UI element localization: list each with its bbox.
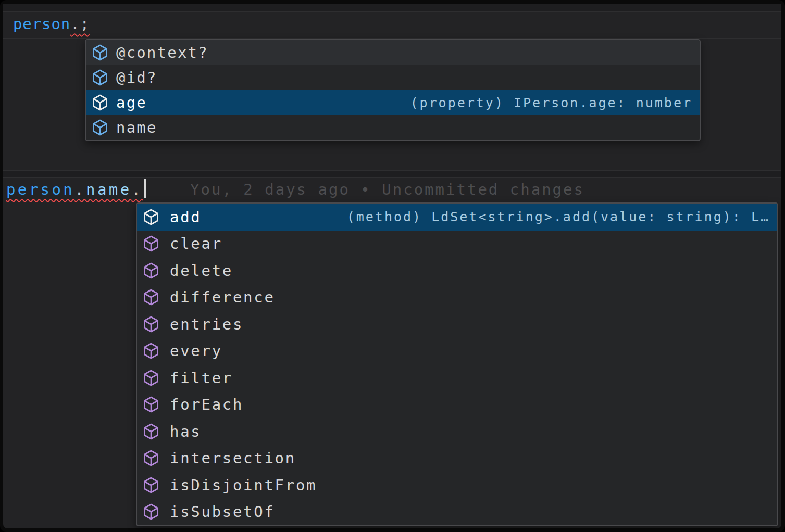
window-frame: person.; @context? @id? age (property) I… [0, 0, 785, 532]
suggestion-label: has [170, 423, 201, 440]
suggestion-label: clear [170, 235, 222, 252]
suggestion-item[interactable]: has [137, 418, 777, 445]
symbol-method-icon [142, 396, 160, 413]
suggestion-label: @id? [116, 69, 157, 86]
symbol-method-icon [142, 262, 160, 280]
symbol-method-icon [142, 423, 160, 440]
suggestion-detail: (method) LdSet<string>.add(value: string… [337, 209, 770, 224]
suggestion-item[interactable]: name [86, 115, 700, 140]
suggestion-label: age [116, 94, 147, 111]
suggestion-detail: (property) IPerson.age: number [400, 95, 692, 110]
symbol-method-icon [142, 503, 160, 521]
suggestion-label: delete [170, 262, 233, 280]
suggestion-label: intersection [170, 449, 296, 467]
suggestion-item[interactable]: difference [137, 284, 777, 311]
token-person-2[interactable]: person [6, 181, 74, 198]
suggestion-label: every [170, 342, 222, 360]
suggestion-label: isSubsetOf [170, 503, 275, 521]
symbol-method-icon [142, 342, 160, 360]
suggest-widget-top[interactable]: @context? @id? age (property) IPerson.ag… [85, 39, 701, 141]
token-name[interactable]: name [86, 181, 131, 198]
suggestion-item[interactable]: delete [137, 257, 777, 284]
suggestion-label: add [170, 208, 201, 226]
current-line-divider [3, 38, 781, 39]
suggestion-item[interactable]: forEach [137, 391, 777, 419]
symbol-method-icon [142, 369, 160, 387]
symbol-field-icon [91, 94, 109, 111]
suggestion-label: name [116, 119, 157, 136]
suggestion-item[interactable]: clear [137, 231, 777, 258]
code-line-2[interactable]: person.name. [6, 178, 146, 201]
symbol-method-icon [142, 315, 160, 333]
token-dot-1[interactable]: . [70, 15, 80, 33]
token-dot-2[interactable]: . [74, 181, 86, 198]
suggestion-item[interactable]: isDisjointFrom [137, 472, 777, 499]
section-separator-band [3, 171, 781, 177]
suggestion-label: isDisjointFrom [170, 476, 317, 494]
suggestion-label: difference [170, 288, 275, 306]
token-semicolon[interactable]: ; [80, 15, 90, 33]
symbol-method-icon [142, 208, 160, 226]
symbol-field-icon [91, 119, 109, 136]
suggestion-item[interactable]: filter [137, 364, 777, 391]
suggestion-item[interactable]: @context? [86, 40, 700, 65]
suggest-widget-bottom[interactable]: add (method) LdSet<string>.add(value: st… [136, 202, 778, 526]
token-person-1[interactable]: person [13, 15, 70, 33]
suggestion-label: forEach [170, 396, 243, 413]
git-blame-annotation: You, 2 days ago • Uncommitted changes [190, 178, 584, 201]
suggestion-label: @context? [116, 44, 208, 61]
section-separator-line-2 [3, 177, 781, 178]
suggestion-label: filter [170, 369, 233, 387]
suggestion-item[interactable]: every [137, 338, 777, 365]
symbol-method-icon [142, 449, 160, 467]
suggestion-item[interactable]: @id? [86, 65, 700, 90]
suggestion-label: entries [170, 315, 243, 333]
symbol-method-icon [142, 235, 160, 252]
symbol-method-icon [142, 288, 160, 306]
token-dot-3[interactable]: . [132, 181, 143, 198]
suggestion-item[interactable]: add (method) LdSet<string>.add(value: st… [137, 204, 777, 231]
symbol-method-icon [142, 476, 160, 494]
suggestion-item[interactable]: intersection [137, 445, 777, 472]
symbol-field-icon [91, 44, 109, 61]
editor-top-band [3, 4, 781, 11]
suggestion-item[interactable]: entries [137, 311, 777, 338]
symbol-field-icon [91, 69, 109, 86]
code-line-1[interactable]: person.; [13, 12, 90, 35]
text-cursor [144, 179, 146, 198]
suggestion-item[interactable]: isSubsetOf [137, 499, 777, 526]
suggestion-item[interactable]: age (property) IPerson.age: number [86, 90, 700, 115]
top-divider [3, 11, 781, 12]
